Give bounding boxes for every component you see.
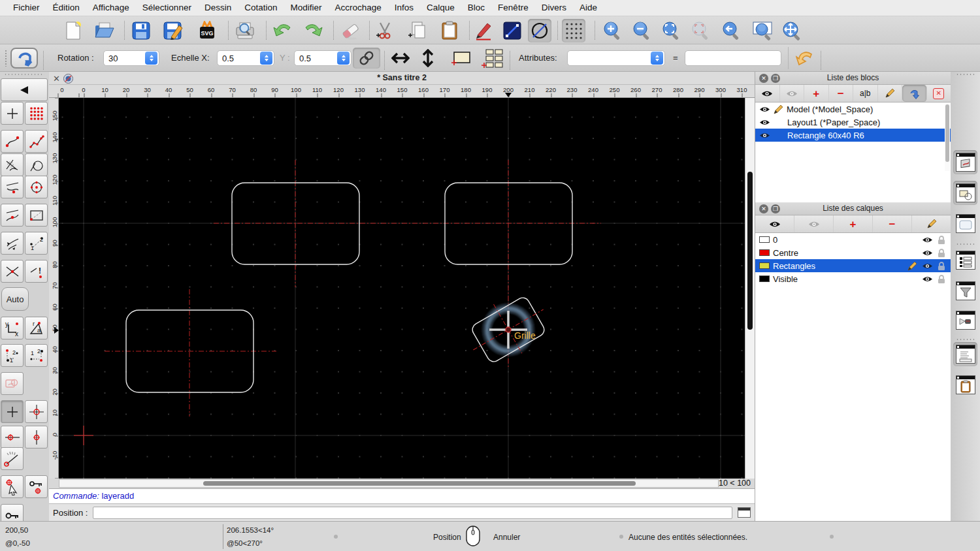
menu-item-accrochage[interactable]: Accrochage (328, 0, 387, 16)
multiple-copies-button[interactable] (478, 48, 506, 69)
coordinate-polar-button[interactable]: ra (25, 317, 48, 339)
add-layer-button[interactable]: + (834, 215, 873, 232)
close-panel-icon[interactable]: ✕ (759, 74, 768, 83)
snap-points-button[interactable] (25, 130, 48, 153)
hide-all-blocks-button[interactable] (780, 85, 805, 102)
coordinate-cartesian-button[interactable]: yx (1, 317, 24, 339)
restrict-horizontal-button[interactable] (1, 426, 24, 449)
snap-grid-button[interactable] (25, 102, 48, 125)
lock-icon[interactable] (938, 235, 945, 245)
eye-icon[interactable] (922, 275, 933, 283)
eye-icon[interactable] (922, 262, 933, 270)
eye-icon[interactable] (922, 236, 933, 244)
snap-middle-button[interactable] (1, 204, 24, 227)
snap-auto-button[interactable]: Auto (1, 287, 29, 311)
scale-x-spinbox[interactable]: 0.5 (217, 50, 274, 66)
menu-item-calque[interactable]: Calque (420, 0, 461, 16)
save-as-button[interactable] (161, 19, 185, 42)
undo-button[interactable] (271, 19, 295, 42)
toggle-property-list-button[interactable] (953, 248, 977, 272)
block-row[interactable]: Rectangle 60x40 R6 (755, 129, 951, 142)
link-scale-button[interactable] (353, 48, 380, 69)
snap-intersection-entities-button[interactable] (1, 232, 24, 255)
zoom-previous-button[interactable] (720, 19, 743, 42)
save-button[interactable] (129, 19, 153, 42)
back-undo-action-button[interactable] (792, 48, 819, 69)
toggle-spotlight-button[interactable] (953, 308, 977, 332)
line-tool-button[interactable] (500, 19, 524, 42)
relative-corner-2-button[interactable]: 12 (25, 344, 48, 367)
toggle-command-line-button[interactable] (953, 342, 977, 366)
snap-distance-button[interactable]: 12 (25, 232, 48, 255)
svg-export-button[interactable]: SVG (195, 19, 219, 42)
layer-color-swatch[interactable] (759, 236, 770, 243)
lock-relative-zero-button[interactable] (25, 475, 48, 498)
lock-icon[interactable] (938, 274, 945, 284)
lock-icon[interactable] (938, 248, 945, 258)
eye-icon[interactable] (759, 131, 770, 140)
vertical-scrollbar[interactable] (745, 98, 755, 479)
layer-color-swatch[interactable] (759, 262, 770, 269)
attributes-value-input[interactable] (685, 50, 781, 66)
add-block-button[interactable]: + (804, 85, 829, 102)
snap-restriction-info-button[interactable]: ! (25, 260, 48, 283)
layer-row[interactable]: Rectangles (755, 259, 951, 272)
rotation-stepper[interactable] (145, 52, 157, 65)
palette-drag-handle[interactable] (4, 73, 44, 76)
pencil-icon[interactable] (907, 261, 917, 271)
float-panel-icon[interactable]: ❐ (771, 74, 780, 83)
hide-all-layers-button[interactable] (794, 215, 834, 232)
menu-item-edition[interactable]: Édition (46, 0, 86, 16)
menu-item-selectionner[interactable]: Sélectionner (136, 0, 198, 16)
menu-item-bloc[interactable]: Bloc (461, 0, 491, 16)
set-relative-zero-button[interactable] (1, 475, 24, 498)
lock-icon[interactable] (938, 261, 945, 271)
restrict-orthogonal-button[interactable] (25, 400, 48, 423)
toggle-library-panel-button[interactable] (953, 212, 977, 236)
layer-row[interactable]: Centre (755, 246, 951, 259)
menu-item-fichier[interactable]: Fichier (7, 0, 46, 16)
command-input[interactable] (93, 507, 732, 519)
show-all-layers-button[interactable] (755, 215, 794, 232)
block-list-scrollbar[interactable] (945, 103, 950, 171)
insert-block-button[interactable] (902, 85, 927, 102)
layer-color-swatch[interactable] (759, 249, 770, 256)
snap-endpoints-button[interactable] (1, 130, 24, 153)
relative-corner-1-button[interactable]: 12 (1, 344, 24, 367)
snap-intersection-manual-button[interactable] (1, 260, 24, 283)
block-row[interactable]: Layout1 (*Paper_Space) (755, 116, 951, 129)
rotation-spinbox[interactable]: 30 (103, 50, 159, 66)
horizontal-scrollbar-thumb[interactable] (203, 481, 636, 486)
copy-button[interactable] (405, 19, 429, 42)
toolbar-drag-handle[interactable] (5, 50, 8, 67)
single-copy-button[interactable] (448, 48, 474, 69)
snap-auto-intersection-button[interactable] (1, 153, 24, 176)
eye-icon[interactable] (922, 249, 933, 257)
restrict-vertical-button[interactable] (25, 426, 48, 449)
snap-on-entity-button[interactable] (1, 176, 24, 198)
command-history[interactable]: Commande: layeradd (49, 488, 755, 503)
attributes-combo[interactable] (567, 50, 665, 66)
close-panel-icon[interactable]: ✕ (759, 204, 768, 213)
pencil-icon[interactable] (774, 104, 783, 114)
rename-block-button[interactable]: a|b (853, 85, 878, 102)
layer-color-swatch[interactable] (759, 276, 770, 282)
toggle-selection-filter-button[interactable] (953, 279, 977, 303)
float-panel-icon[interactable]: ❐ (771, 204, 780, 213)
erase-button[interactable] (338, 19, 362, 42)
scale-x-stepper[interactable] (260, 52, 272, 65)
paste-button[interactable] (438, 19, 461, 42)
menu-item-modifier[interactable]: Modifier (284, 0, 328, 16)
pan-button[interactable] (781, 19, 804, 42)
attributes-stepper[interactable] (651, 52, 663, 65)
menu-item-infos[interactable]: Infos (388, 0, 420, 16)
redo-button[interactable] (301, 19, 325, 42)
layer-row[interactable]: Visible (755, 272, 951, 285)
draw-pencil-button[interactable] (472, 19, 495, 42)
menu-item-affichage[interactable]: Affichage (86, 0, 136, 16)
drawing-canvas[interactable]: Grille (59, 98, 745, 479)
scale-y-stepper[interactable] (337, 52, 350, 65)
back-button[interactable] (1, 78, 48, 101)
zoom-window-button[interactable] (751, 19, 774, 42)
menu-item-divers[interactable]: Divers (535, 0, 573, 16)
